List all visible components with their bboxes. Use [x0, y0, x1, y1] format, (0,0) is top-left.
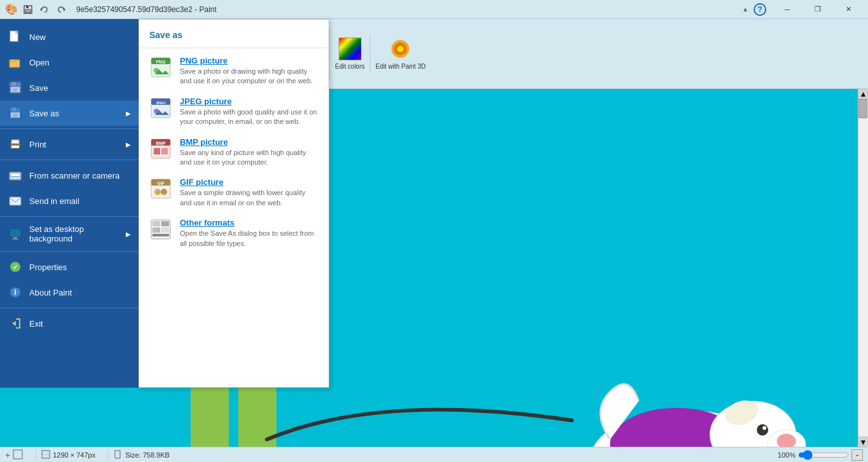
save-as-label: Save as: [29, 109, 59, 118]
svg-text:✓: ✓: [13, 264, 18, 271]
png-info: PNG picture Save a photo or drawing with…: [180, 56, 318, 86]
redo-quick-button[interactable]: [55, 3, 67, 16]
svg-point-57: [161, 189, 167, 195]
svg-rect-29: [10, 197, 21, 205]
title-text: 9e5e3257490547.59d79d39ec3e2 - Paint: [76, 5, 217, 14]
print-icon: [8, 137, 23, 152]
save-other-item[interactable]: Other formats Open the Save As dialog bo…: [139, 213, 329, 254]
svg-text:i: i: [14, 288, 16, 297]
bmp-name: BMP picture: [180, 137, 318, 147]
save-bmp-item[interactable]: BMP BMP picture Save any kind of picture…: [139, 132, 329, 173]
menu-scanner[interactable]: From scanner or camera: [0, 163, 139, 188]
svg-marker-3: [40, 8, 42, 11]
zoom-text: 100%: [778, 451, 796, 459]
desktop-bg-label: Set as desktop background: [29, 224, 119, 243]
menu-save-as[interactable]: Save as ▶: [0, 100, 139, 126]
canvas-size-icon: [41, 450, 50, 460]
other-info: Other formats Open the Save As dialog bo…: [180, 218, 318, 248]
jpeg-icon: JPEG: [149, 97, 172, 119]
window-controls: ▲ ? ─ ❒ ✕: [742, 0, 863, 19]
scroll-track[interactable]: [858, 99, 868, 437]
svg-text:JPEG: JPEG: [156, 101, 166, 105]
desktop-icon: [8, 226, 23, 241]
bmp-info: BMP picture Save any kind of picture wit…: [180, 137, 318, 168]
file-size-section: Size: 758.9KB: [108, 450, 170, 460]
canvas-size-section: 1290 × 747px: [36, 450, 95, 460]
divider1: [0, 128, 139, 129]
vertical-scrollbar[interactable]: ▲ ▼: [858, 89, 868, 447]
scroll-up-btn[interactable]: ▲: [858, 89, 868, 99]
menu-desktop-bg[interactable]: Set as desktop background ▶: [0, 219, 139, 248]
gif-name: GIF picture: [180, 177, 318, 187]
zoom-slider[interactable]: [798, 450, 849, 460]
close-button[interactable]: ✕: [834, 0, 863, 19]
scanner-icon: [8, 168, 23, 183]
save-quick-button[interactable]: [22, 3, 34, 16]
print-label: Print: [29, 140, 46, 149]
zoom-controls: +: [5, 449, 23, 461]
svg-rect-51: [154, 148, 160, 154]
other-desc: Open the Save As dialog box to select fr…: [180, 229, 318, 248]
menu-new[interactable]: New: [0, 24, 139, 50]
file-menu-overlay: New Open Save Save as ▶ Print: [0, 19, 329, 388]
exit-icon: [8, 316, 23, 331]
about-icon: i: [8, 285, 23, 300]
undo-quick-button[interactable]: [38, 3, 51, 16]
title-bar-left: 🎨 9e5e3257490547.59d79d39ec3e2 - Paint: [5, 3, 217, 16]
save-png-item[interactable]: PNG PNG picture Save a photo or drawing …: [139, 51, 329, 92]
png-icon: PNG: [149, 56, 172, 79]
jpeg-name: JPEG picture: [180, 97, 318, 106]
menu-print[interactable]: Print ▶: [0, 132, 139, 157]
edit-colors-btn[interactable]: Edit colors: [330, 35, 370, 72]
plus-icon[interactable]: +: [5, 450, 10, 460]
open-icon: [8, 55, 23, 70]
svg-rect-19: [12, 107, 16, 111]
svg-text:BMP: BMP: [156, 141, 166, 146]
menu-about[interactable]: i About Paint: [0, 280, 139, 305]
menu-email[interactable]: Send in email: [0, 188, 139, 214]
file-size-text: Size: 758.9KB: [125, 451, 170, 459]
svg-rect-88: [15, 451, 17, 454]
divider4: [0, 251, 139, 252]
svg-rect-17: [13, 88, 18, 92]
minimize-button[interactable]: ─: [773, 0, 802, 19]
print-arrow: ▶: [126, 141, 131, 148]
menu-properties[interactable]: ✓ Properties: [0, 254, 139, 280]
zoom-out-btn[interactable]: -: [851, 449, 863, 461]
save-as-submenu: Save as PNG PNG picture Save a photo or …: [139, 19, 329, 388]
edit-paint3d-btn[interactable]: Edit with Paint 3D: [370, 35, 431, 72]
save-as-icon: [8, 105, 23, 121]
save-gif-item[interactable]: GIF GIF picture Save a simple drawing wi…: [139, 172, 329, 213]
svg-rect-62: [161, 228, 169, 233]
jpeg-info: JPEG picture Save a photo with good qual…: [180, 97, 318, 127]
help-button[interactable]: ?: [754, 3, 766, 16]
new-label: New: [29, 32, 46, 42]
divider2: [0, 160, 139, 160]
save-label: Save: [29, 83, 48, 93]
save-jpeg-item[interactable]: JPEG JPEG picture Save a photo with good…: [139, 92, 329, 132]
ribbon-collapse[interactable]: ▲: [742, 6, 749, 13]
save-as-header: Save as: [139, 25, 329, 48]
scroll-thumb[interactable]: [858, 99, 867, 118]
app-icon: 🎨: [5, 3, 18, 15]
svg-point-9: [397, 46, 403, 52]
canvas-icon[interactable]: [13, 449, 23, 461]
menu-save[interactable]: Save: [0, 75, 139, 100]
file-menu-panel: New Open Save Save as ▶ Print: [0, 19, 139, 388]
png-name: PNG picture: [180, 56, 318, 65]
svg-marker-37: [12, 321, 16, 326]
svg-rect-30: [10, 229, 21, 237]
svg-rect-15: [12, 82, 16, 86]
scroll-down-btn[interactable]: ▼: [858, 437, 868, 447]
menu-open[interactable]: Open: [0, 50, 139, 75]
svg-rect-61: [153, 228, 160, 233]
svg-rect-25: [18, 144, 20, 145]
zoom-section: 100% -: [778, 449, 863, 461]
desktop-arrow: ▶: [126, 231, 131, 238]
svg-text:PNG: PNG: [156, 60, 166, 64]
status-bar: + 1290 × 747px Size: 758.9KB 100% -: [0, 447, 868, 462]
menu-exit[interactable]: Exit: [0, 311, 139, 336]
maximize-button[interactable]: ❒: [803, 0, 832, 19]
svg-rect-27: [11, 173, 20, 179]
jpeg-desc: Save a photo with good quality and use i…: [180, 107, 318, 127]
